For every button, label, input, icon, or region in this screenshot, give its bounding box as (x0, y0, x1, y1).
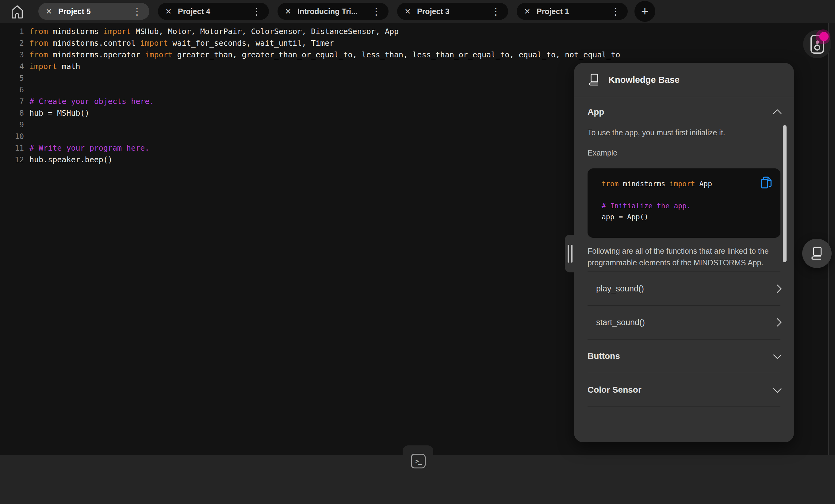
line-number: 10 (5, 131, 24, 142)
book-icon (810, 246, 824, 260)
tab-menu-icon[interactable]: ⋮ (252, 6, 262, 16)
tab-label: Project 5 (58, 7, 129, 16)
tab-label: Project 3 (417, 7, 488, 16)
tab-list: ✕Project 5⋮✕Project 4⋮✕Introducing Tri..… (38, 3, 628, 20)
line-number: 6 (5, 84, 24, 96)
code-line: 1from mindstorms import MSHub, Motor, Mo… (5, 26, 829, 37)
tab-project-3[interactable]: ✕Project 3⋮ (397, 3, 508, 20)
function-label: start_sound() (596, 318, 645, 327)
editor-scrollbar-track[interactable] (829, 23, 835, 455)
line-number: 4 (5, 61, 24, 73)
functions-intro: Following are all of the functions that … (588, 245, 780, 268)
panel-scrollbar-thumb[interactable] (783, 125, 787, 262)
tab-menu-icon[interactable]: ⋮ (491, 6, 501, 16)
tab-close-icon[interactable]: ✕ (46, 7, 52, 16)
panel-drag-handle[interactable] (565, 235, 578, 273)
tab-project-4[interactable]: ✕Project 4⋮ (158, 3, 269, 20)
tab-project-1[interactable]: ✕Project 1⋮ (517, 3, 628, 20)
example-label: Example (588, 147, 780, 159)
terminal-icon[interactable]: >_ (411, 454, 426, 468)
section-title: Buttons (588, 351, 620, 361)
line-number: 9 (5, 119, 24, 131)
divider (588, 406, 780, 407)
handle-bar (571, 245, 572, 263)
example-code-lines: from mindstorms import App# Initialize t… (602, 178, 780, 222)
section-title: App (588, 107, 604, 117)
home-icon (11, 4, 24, 19)
code-line: from mindstorms import App (602, 178, 780, 189)
notification-dot (819, 32, 829, 41)
line-number: 5 (5, 73, 24, 84)
copy-icon (760, 176, 772, 189)
plus-icon: + (641, 4, 649, 19)
tab-label: Project 4 (178, 7, 249, 16)
hub-status-button[interactable] (803, 30, 831, 58)
kb-function-list: play_sound()start_sound()ButtonsColor Se… (588, 271, 780, 407)
kb-function-start-sound[interactable]: start_sound() (588, 305, 780, 339)
function-label: play_sound() (596, 284, 644, 294)
tab-bar: ✕Project 5⋮✕Project 4⋮✕Introducing Tri..… (0, 0, 835, 23)
app-description: To use the app, you must first initializ… (588, 127, 780, 138)
panel-title: Knowledge Base (608, 75, 679, 85)
tab-close-icon[interactable]: ✕ (524, 7, 530, 16)
chevron-down-icon (773, 384, 782, 393)
line-number: 12 (5, 154, 24, 166)
chevron-right-icon (773, 318, 782, 327)
home-button[interactable] (9, 4, 25, 20)
handle-bar (568, 245, 569, 263)
line-number: 3 (5, 49, 24, 61)
tab-label: Introducing Tri... (298, 7, 368, 16)
knowledge-base-panel: Knowledge Base App To use the app, you m… (574, 63, 794, 442)
line-number: 1 (5, 26, 24, 37)
new-tab-button[interactable]: + (634, 1, 655, 22)
notification-sparkle (816, 40, 819, 44)
tab-label: Project 1 (537, 7, 608, 16)
code-line: 2from mindstorms.control import wait_for… (5, 37, 829, 49)
line-number: 11 (5, 142, 24, 154)
line-number: 8 (5, 107, 24, 119)
mindstorms-app-window: ✕Project 5⋮✕Project 4⋮✕Introducing Tri..… (0, 0, 835, 504)
line-number: 7 (5, 96, 24, 107)
tab-menu-icon[interactable]: ⋮ (371, 6, 381, 16)
copy-code-button[interactable] (760, 176, 772, 189)
book-icon (588, 73, 600, 86)
kb-section-buttons[interactable]: Buttons (588, 339, 780, 373)
kb-section-color-sensor[interactable]: Color Sensor (588, 373, 780, 406)
code-line: app = App() (602, 211, 780, 222)
section-title: Color Sensor (588, 385, 641, 395)
tab-introducing-tri[interactable]: ✕Introducing Tri...⋮ (278, 3, 388, 20)
chevron-up-icon (773, 109, 782, 118)
tab-close-icon[interactable]: ✕ (165, 7, 172, 16)
tab-menu-icon[interactable]: ⋮ (611, 6, 620, 16)
code-line: # Initialize the app. (602, 200, 780, 211)
knowledge-base-header: Knowledge Base (574, 63, 794, 97)
kb-function-play-sound[interactable]: play_sound() (588, 271, 780, 305)
tab-close-icon[interactable]: ✕ (405, 7, 411, 16)
tab-project-5[interactable]: ✕Project 5⋮ (38, 3, 149, 20)
knowledge-base-toggle-button[interactable] (802, 239, 832, 268)
tab-menu-icon[interactable]: ⋮ (132, 6, 142, 16)
tab-close-icon[interactable]: ✕ (285, 7, 291, 16)
editor-scrollbar-line (828, 23, 829, 455)
line-number: 2 (5, 37, 24, 49)
knowledge-base-body: App To use the app, you must first initi… (574, 97, 794, 407)
chevron-down-icon (773, 350, 782, 359)
code-line (602, 189, 780, 200)
kb-section-app[interactable]: App (588, 97, 780, 127)
chevron-right-icon (773, 284, 782, 293)
example-code-block: from mindstorms import App# Initialize t… (588, 168, 780, 238)
code-line: 3from mindstorms.operator import greater… (5, 49, 829, 61)
